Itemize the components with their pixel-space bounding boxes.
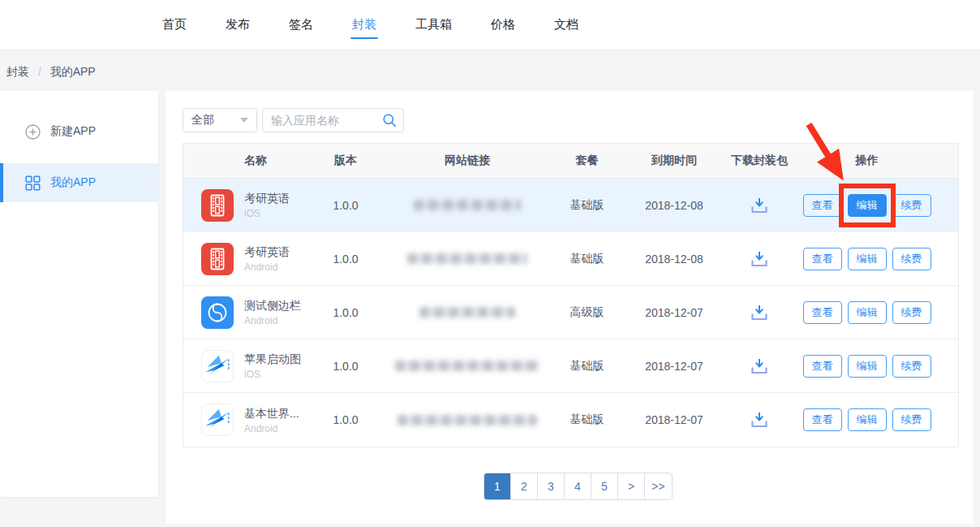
pagination-page-1[interactable]: 1 [484,473,511,499]
renew-button[interactable]: 续费 [892,355,931,378]
breadcrumb-section[interactable]: 封装 [6,65,29,78]
app-version: 1.0.0 [301,360,390,373]
name-cell: 测试侧边栏Android [183,296,301,329]
search-icon[interactable] [382,113,397,127]
view-button[interactable]: 查看 [803,194,842,217]
app-platform: iOS [244,369,301,380]
actions-cell: 查看编辑续费 [800,408,958,431]
download-cell [719,197,800,214]
plan-badge: 基础版 [544,198,630,213]
pagination-page-2[interactable]: 2 [511,473,538,499]
download-icon[interactable] [749,411,770,429]
column-header: 网站链接 [390,153,544,168]
pagination-page-3[interactable]: 3 [538,473,565,499]
nav-item-6[interactable]: 价格 [491,0,515,50]
plan-badge: 基础版 [544,359,630,374]
website-link-redacted [398,415,537,425]
name-cell: 基本世界...Android [183,404,301,436]
sidebar-item-2[interactable]: 我的APP [0,163,158,202]
expiry-date: 2018-12-07 [630,413,719,426]
view-button[interactable]: 查看 [803,355,842,378]
search-box [262,108,404,132]
app-version: 1.0.0 [301,199,390,212]
app-icon [201,243,234,275]
plus-circle-icon [25,124,41,140]
pagination-page-4[interactable]: 4 [565,473,591,499]
pagination-page-5[interactable]: 5 [591,473,618,499]
app-row: 苹果启动图iOS1.0.0基础版2018-12-07查看编辑续费 [183,339,958,393]
name-cell: 考研英语Android [183,243,301,275]
app-row: 考研英语Android1.0.0基础版2018-12-08查看编辑续费 [183,232,958,286]
edit-button[interactable]: 编辑 [848,408,887,431]
app-icon [201,189,234,222]
breadcrumb: 封装 / 我的APP [6,65,96,80]
link-cell [390,253,544,264]
app-version: 1.0.0 [301,253,390,266]
download-cell [719,304,800,322]
nav-item-5[interactable]: 工具箱 [415,0,452,50]
nav-item-1[interactable]: 首页 [162,0,187,50]
filter-row: 全部 [183,108,974,132]
table-header-row: 名称版本网站链接套餐到期时间下载封装包操作 [183,144,958,179]
chevron-down-icon [240,118,248,123]
plan-badge: 基础版 [544,252,630,266]
grid-icon [25,175,41,191]
nav-item-7[interactable]: 文档 [554,0,578,50]
view-button[interactable]: 查看 [803,248,842,270]
renew-button[interactable]: 续费 [892,408,931,431]
pagination: 12345>>> [484,473,673,500]
website-link-redacted [395,361,539,371]
plan-badge: 高级版 [544,305,630,320]
actions-cell: 查看编辑续费 [800,301,958,324]
app-row: 考研英语iOS1.0.0基础版2018-12-08查看编辑续费 [183,179,958,232]
top-nav: 首页发布签名封装工具箱价格文档 [0,0,980,50]
app-row: 测试侧边栏Android1.0.0高级版2018-12-07查看编辑续费 [183,286,958,339]
edit-button[interactable]: 编辑 [848,301,887,324]
renew-button[interactable]: 续费 [892,248,931,270]
download-icon[interactable] [749,304,770,322]
actions-cell: 查看编辑续费 [800,355,958,378]
sidebar-item-1[interactable]: 新建APP [0,112,158,151]
app-name: 考研英语 [244,191,290,205]
nav-item-3[interactable]: 签名 [289,0,313,50]
app-table: 名称版本网站链接套餐到期时间下载封装包操作 考研英语iOS1.0.0基础版201… [183,143,959,447]
breadcrumb-separator: / [38,65,41,78]
column-header: 操作 [800,153,958,168]
filter-dropdown[interactable]: 全部 [183,108,257,132]
app-platform: iOS [244,208,290,219]
pagination-last[interactable]: >> [645,473,672,499]
app-name: 考研英语 [244,244,290,259]
renew-button[interactable]: 续费 [892,194,931,217]
website-link-redacted [414,200,521,210]
nav-item-2[interactable]: 发布 [226,0,250,50]
app-name: 苹果启动图 [244,352,301,366]
pagination-next[interactable]: > [618,473,645,499]
edit-button[interactable]: 编辑 [848,248,887,270]
download-icon[interactable] [749,250,770,268]
app-platform: Android [244,423,299,434]
column-header: 下载封装包 [719,153,800,168]
app-icon [201,350,234,382]
download-cell [719,357,800,375]
link-cell [390,361,544,371]
view-button[interactable]: 查看 [803,408,842,431]
renew-button[interactable]: 续费 [892,301,931,324]
expiry-date: 2018-12-07 [630,360,719,373]
edit-button[interactable]: 编辑 [848,194,887,217]
app-name: 基本世界... [244,406,299,421]
edit-button[interactable]: 编辑 [848,355,887,378]
column-header: 套餐 [544,153,630,168]
download-icon[interactable] [749,197,770,214]
website-link-redacted [407,253,527,264]
column-header: 名称 [183,153,301,168]
expiry-date: 2018-12-08 [630,253,719,266]
name-cell: 考研英语iOS [183,189,301,222]
filter-dropdown-value: 全部 [191,113,214,127]
website-link-redacted [419,307,515,317]
download-icon[interactable] [749,357,770,375]
nav-item-4[interactable]: 封装 [352,0,376,50]
link-cell [390,200,544,210]
search-input[interactable] [271,114,382,127]
view-button[interactable]: 查看 [803,301,842,324]
link-cell [390,307,544,317]
